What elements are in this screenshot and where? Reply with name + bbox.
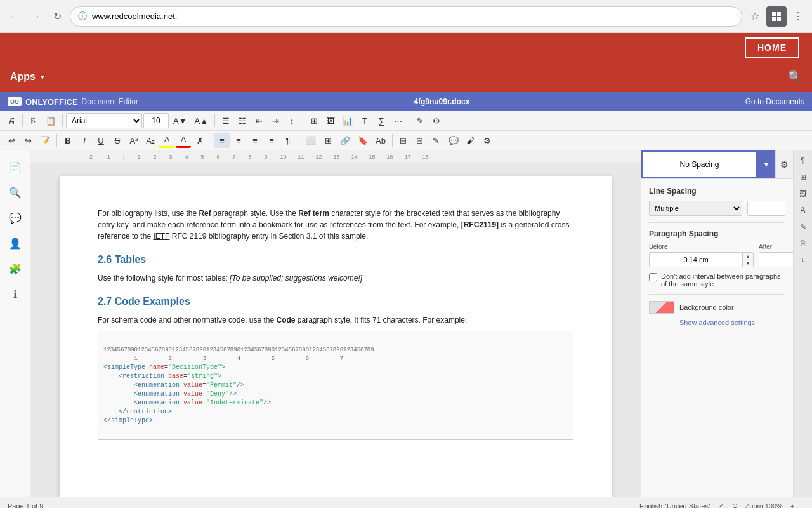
- home-button[interactable]: HOME: [745, 37, 799, 58]
- track-changes-status[interactable]: ⊙: [732, 502, 738, 508]
- insert-text-button[interactable]: T: [357, 113, 372, 128]
- paragraph-spacing-row: Before ▲ ▼ After ▲: [649, 243, 785, 267]
- sidebar-user-icon[interactable]: 👤: [4, 232, 27, 255]
- insert-table-button[interactable]: ⊞: [306, 113, 322, 128]
- copy-button[interactable]: ⎘: [26, 113, 41, 128]
- zoom-level[interactable]: Zoom 100%: [745, 502, 783, 509]
- insert-image-button[interactable]: 🖼: [323, 113, 338, 128]
- sidebar-plugin-icon[interactable]: 🧩: [4, 257, 27, 280]
- down-icon-right[interactable]: ↓: [796, 252, 811, 267]
- copy-style-btn[interactable]: 🖌: [463, 133, 478, 148]
- decrease-indent-button[interactable]: ⇤: [251, 113, 266, 128]
- bookmark-button[interactable]: 🔖: [355, 133, 371, 148]
- document-scroll[interactable]: For bibliography lists, use the Ref para…: [30, 163, 641, 497]
- sidebar-file-icon[interactable]: 📄: [4, 156, 27, 178]
- background-color-swatch[interactable]: [649, 301, 674, 314]
- bold-button[interactable]: B: [60, 133, 75, 148]
- text-wrap-button[interactable]: ⬜: [303, 133, 319, 148]
- section-break-button[interactable]: ⊟: [396, 133, 411, 148]
- show-advanced-settings-link[interactable]: Show advanced settings: [649, 319, 785, 326]
- sidebar-info-icon[interactable]: ℹ: [4, 283, 27, 305]
- paste-button[interactable]: 📋: [43, 113, 59, 128]
- copy-icon-right[interactable]: ⎘: [796, 236, 811, 251]
- forward-button[interactable]: →: [27, 8, 44, 25]
- after-spacing-input[interactable]: [759, 253, 793, 267]
- print-button[interactable]: 🖨: [4, 113, 19, 128]
- apps-grid-button[interactable]: [766, 6, 787, 27]
- style-dropdown-button[interactable]: ▼: [757, 150, 775, 178]
- sidebar-comment-icon[interactable]: 💬: [4, 206, 27, 229]
- image-icon-right[interactable]: 🖼: [796, 186, 811, 201]
- italic-button[interactable]: I: [77, 133, 92, 148]
- dropcap-button[interactable]: Ab: [372, 133, 389, 148]
- spell-check-icon[interactable]: ✓: [719, 502, 724, 508]
- zoom-out-button[interactable]: -: [802, 502, 804, 509]
- language-indicator[interactable]: English (United States): [639, 502, 711, 509]
- more-insert-button[interactable]: ⋯: [390, 113, 405, 128]
- redo-button[interactable]: ↪: [20, 133, 36, 148]
- apps-search-icon[interactable]: 🔍: [788, 70, 802, 84]
- menu-button[interactable]: ⋮: [789, 8, 807, 25]
- paragraph-mark-icon[interactable]: ¶: [796, 153, 811, 168]
- line-spacing-value-input[interactable]: [748, 201, 785, 215]
- dont-add-interval-checkbox[interactable]: [649, 273, 657, 281]
- paste-special-button[interactable]: 📝: [37, 133, 53, 148]
- back-button[interactable]: ←: [5, 8, 23, 25]
- subscript-button[interactable]: A₂: [143, 133, 158, 148]
- undo-button[interactable]: ↩: [4, 133, 19, 148]
- line-spacing-button[interactable]: ↕: [284, 113, 299, 128]
- line-spacing-type-select[interactable]: Multiple: [649, 201, 742, 216]
- before-spacing-down[interactable]: ▼: [743, 260, 753, 267]
- hyperlink-button[interactable]: 🔗: [337, 133, 353, 148]
- paragraph-marks-button[interactable]: ¶: [280, 133, 296, 148]
- url-input[interactable]: [92, 11, 734, 21]
- align-left-button[interactable]: ≡: [214, 133, 230, 148]
- star-button[interactable]: ☆: [746, 8, 764, 25]
- numbered-list-button[interactable]: ☷: [235, 113, 250, 128]
- go-to-documents-link[interactable]: Go to Documents: [745, 97, 804, 106]
- insert-chart-button[interactable]: 📊: [339, 113, 356, 128]
- table-icon[interactable]: ⊞: [796, 170, 811, 185]
- track-btn2[interactable]: ✎: [429, 133, 444, 148]
- strikethrough-button[interactable]: S: [110, 133, 125, 148]
- before-spacing-input[interactable]: [650, 253, 742, 267]
- style-settings-button[interactable]: ⚙: [775, 150, 793, 178]
- lists-button[interactable]: ☰: [218, 113, 233, 128]
- font-family-select[interactable]: Arial: [66, 113, 142, 128]
- font-size-input[interactable]: [143, 113, 169, 128]
- edit-icon-right[interactable]: ✎: [796, 219, 811, 234]
- borders-button[interactable]: ⊞: [320, 133, 336, 148]
- align-justify-button[interactable]: ≡: [264, 133, 279, 148]
- comment-btn[interactable]: 💬: [445, 133, 462, 148]
- track-changes-button[interactable]: ✎: [412, 113, 428, 128]
- line-spacing-value-wrap: ▲ ▼: [747, 201, 785, 216]
- more-options-button[interactable]: ⚙: [429, 113, 444, 128]
- dont-add-interval-label: Don't add interval between paragraphs of…: [661, 272, 785, 288]
- svg-rect-3: [777, 17, 781, 21]
- sidebar-search-icon[interactable]: 🔍: [4, 181, 27, 204]
- font-color-button[interactable]: A: [176, 133, 191, 148]
- background-color-label[interactable]: Background color: [679, 304, 734, 311]
- selected-style-label[interactable]: No Spacing: [641, 150, 757, 178]
- underline-button[interactable]: U: [93, 133, 108, 148]
- refresh-button[interactable]: ↻: [48, 8, 66, 25]
- onlyoffice-logo-icon: OO: [8, 97, 22, 106]
- increase-indent-button[interactable]: ⇥: [268, 113, 283, 128]
- settings-btn2[interactable]: ⚙: [480, 133, 495, 148]
- font-size-decrease[interactable]: A▼: [170, 113, 190, 128]
- format-icon-right[interactable]: A: [796, 203, 811, 218]
- apps-dropdown[interactable]: Apps: [10, 71, 46, 83]
- panel-divider-1: [649, 222, 785, 223]
- superscript-button[interactable]: A²: [126, 133, 141, 148]
- before-spacing-up[interactable]: ▲: [743, 253, 753, 260]
- font-size-increase[interactable]: A▲: [192, 113, 212, 128]
- clear-format-button[interactable]: ✗: [192, 133, 207, 148]
- insert-formula-button[interactable]: ∑: [374, 113, 389, 128]
- align-right-button[interactable]: ≡: [247, 133, 263, 148]
- align-center-button[interactable]: ≡: [231, 133, 246, 148]
- highlight-button[interactable]: A: [159, 133, 174, 148]
- line-spacing-title: Line Spacing: [649, 187, 785, 196]
- chrome-browser-bar: ← → ↻ ⓘ ☆ ⋮: [0, 0, 812, 33]
- columns-button[interactable]: ⊟: [412, 133, 428, 148]
- zoom-in-button[interactable]: +: [790, 502, 794, 509]
